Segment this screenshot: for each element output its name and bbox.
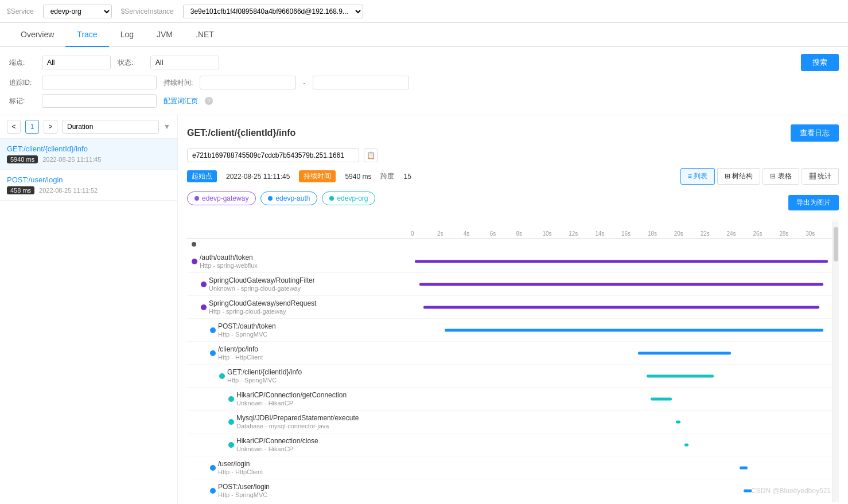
service-label: $Service [7, 7, 34, 15]
help-icon[interactable]: ? [205, 97, 213, 105]
search-button[interactable]: 搜索 [801, 54, 839, 71]
span-sub: Http - SpringMVC [218, 331, 276, 338]
span-row[interactable]: HikariCP/Connection/close Unknown - Hika… [187, 433, 411, 456]
span-row[interactable]: Mysql/JDBI/PreparedStatement/execute Dat… [187, 411, 411, 433]
tab-net[interactable]: .NET [184, 23, 225, 47]
span-sub: Http - SpringMVC [218, 491, 270, 498]
root-dot-row [187, 239, 411, 250]
chevron-down-icon: ▼ [164, 123, 170, 131]
tag-input[interactable] [42, 94, 157, 108]
trace-meta: 458 ms 2022-08-25 11:11:52 [7, 186, 170, 194]
span-bar-row [411, 296, 832, 319]
span-bar [684, 443, 688, 446]
tab-jvm[interactable]: JVM [145, 23, 184, 47]
prev-page-button[interactable]: < [7, 120, 21, 134]
span-row[interactable]: GET:/client/{clientId}/info Http - Sprin… [187, 365, 411, 388]
span-row[interactable]: /auth/oauth/token Http - spring-webflux [187, 250, 411, 273]
span-name: GET:/client/{clientId}/info [227, 368, 302, 376]
span-row[interactable]: HikariCP/Connection/getConnection Unknow… [187, 388, 411, 411]
endpoint-label: 端点: [9, 58, 35, 68]
span-dot [192, 259, 197, 264]
ruler-inner: 0 2s 4s 6s 8s 10s 12s 14s 16s 18s 20s 22… [411, 221, 832, 238]
service-tags-row: edevp-gateway edevp-auth edevp-org 导出为图片 [187, 192, 839, 213]
span-dot [228, 419, 234, 425]
span-chart-column: 0 2s 4s 6s 8s 10s 12s 14s 16s 18s 20s 22… [411, 221, 832, 502]
ruler-tick: 8s [516, 230, 523, 237]
ruler-tick: 10s [542, 230, 551, 237]
trace-info-row: 起始点 2022-08-25 11:11:45 持续时间 5940 ms 跨度 … [187, 168, 839, 185]
scrollbar-thumb[interactable] [834, 227, 838, 261]
span-bar [638, 351, 730, 354]
span-dot [228, 442, 234, 448]
view-log-button[interactable]: 查看日志 [791, 124, 839, 142]
ruler-tick: 0 [411, 230, 414, 237]
instance-select[interactable]: 3e9e101cfb1f4f0895840a4bf966066d@192.168… [183, 5, 363, 18]
span-dot [228, 396, 234, 402]
copy-icon[interactable]: 📋 [364, 149, 378, 162]
config-link[interactable]: 配置词汇页 [164, 96, 198, 106]
span-bar-row [411, 365, 832, 388]
service-tag-label: edevp-org [337, 194, 368, 202]
service-tag-org[interactable]: edevp-org [322, 192, 375, 205]
span-bar [647, 374, 714, 377]
duration-from-input[interactable] [200, 76, 296, 89]
dot-cyan [329, 196, 334, 201]
main-content: < 1 > Duration ▼ GET:/client/{clientId}/… [0, 115, 848, 504]
service-tag-gateway[interactable]: edevp-gateway [187, 192, 256, 205]
span-dot [210, 488, 216, 494]
span-row[interactable]: /client/pc/info Http - HttpClient [187, 342, 411, 365]
scrollbar[interactable] [832, 221, 839, 502]
span-row[interactable]: POST:/oauth/token Http - SpringMVC [187, 319, 411, 342]
tab-trace[interactable]: Trace [65, 23, 108, 47]
trace-title: GET:/client/{clientId}/info [187, 128, 791, 138]
dot-purple [195, 196, 199, 201]
duration-value: 5940 ms [345, 173, 371, 181]
trace-time: 2022-08-25 11:11:45 [42, 156, 101, 163]
tab-log[interactable]: Log [109, 23, 145, 47]
right-header: GET:/client/{clientId}/info 查看日志 [187, 124, 839, 142]
root-dot [192, 242, 196, 247]
table-view-button[interactable]: ⊟ 表格 [763, 168, 799, 185]
tag-label: 标记: [9, 96, 35, 106]
service-tag-auth[interactable]: edevp-auth [260, 192, 317, 205]
filter-area: 端点: All 状态: All 搜索 追踪ID: 持续时间: - 标记: 配置词… [0, 47, 848, 115]
trace-item[interactable]: POST:/user/login 458 ms 2022-08-25 11:11… [0, 170, 177, 201]
traceid-input[interactable] [42, 76, 157, 89]
next-page-button[interactable]: > [44, 120, 57, 134]
tab-overview[interactable]: Overview [9, 23, 65, 47]
span-dot [210, 350, 216, 356]
trace-item[interactable]: GET:/client/{clientId}/info 5940 ms 2022… [0, 139, 177, 170]
ruler-tick: 16s [621, 230, 631, 237]
span-dot [201, 282, 207, 287]
duration-label: 持续时间: [164, 78, 193, 88]
span-bar [740, 466, 748, 469]
sort-select[interactable]: Duration [62, 120, 159, 134]
span-bar-row [411, 433, 832, 456]
export-button[interactable]: 导出为图片 [788, 195, 839, 210]
duration-to-input[interactable] [313, 76, 409, 89]
span-name: /auth/oauth/token [200, 253, 258, 261]
span-row[interactable]: POST:/user/login Http - SpringMVC [187, 479, 411, 502]
span-row[interactable]: SpringCloudGateway/RoutingFilter Unknown… [187, 273, 411, 296]
span-bar [419, 283, 824, 286]
span-bar [445, 329, 824, 331]
duration-badge: 持续时间 [299, 170, 336, 182]
service-tags: edevp-gateway edevp-auth edevp-org [187, 192, 375, 205]
span-row[interactable]: SpringCloudGateway/sendRequest Http - sp… [187, 296, 411, 319]
endpoint-select[interactable]: All [42, 56, 111, 69]
span-row[interactable]: /user/login Http - HttpClient [187, 456, 411, 479]
span-tree-column: /auth/oauth/token Http - spring-webflux … [187, 221, 411, 502]
ruler-tick: 30s [806, 230, 815, 237]
list-view-button[interactable]: ≡ 列表 [680, 168, 715, 185]
trace-id-input[interactable] [187, 149, 359, 162]
span-sub: Unknown - HikariCP [236, 400, 347, 407]
service-select[interactable]: edevp-org [43, 5, 112, 18]
top-bar: $Service edevp-org $ServiceInstance 3e9e… [0, 0, 848, 23]
span-sub: Unknown - spring-cloud-gateway [209, 285, 315, 292]
span-bar-row [411, 456, 832, 479]
trace-id-row: 📋 [187, 149, 839, 162]
stats-view-button[interactable]: ▦ 统计 [802, 168, 839, 185]
status-select[interactable]: All [150, 56, 219, 69]
tree-view-button[interactable]: ⊞ 树结构 [717, 168, 760, 185]
span-dot [210, 465, 216, 471]
